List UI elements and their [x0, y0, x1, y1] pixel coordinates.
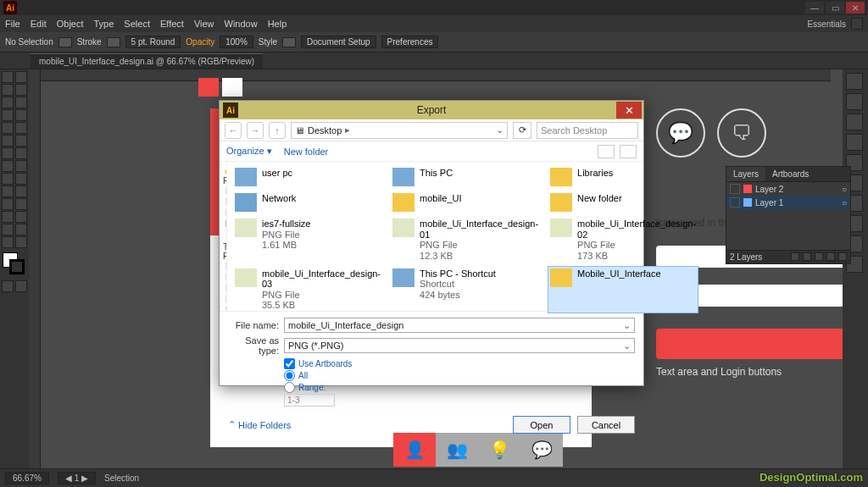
tool-wand[interactable]: [2, 84, 14, 96]
layers-panel[interactable]: Layers Artboards Layer 2 ○ Layer 1 ○ 2 L…: [726, 166, 851, 264]
layer-row[interactable]: Layer 1 ○: [726, 196, 850, 209]
tool-persp[interactable]: [15, 173, 27, 185]
document-tab[interactable]: mobile_UI_Interface_design.ai @ 66.67% (…: [31, 53, 263, 69]
tool-rectangle[interactable]: [15, 109, 27, 121]
nav-forward-button[interactable]: →: [247, 122, 264, 139]
panel-brushes-icon[interactable]: [846, 113, 863, 130]
tool-shape[interactable]: [2, 173, 14, 185]
menu-view[interactable]: View: [194, 19, 214, 29]
type-select[interactable]: PNG (*.PNG)⌄: [284, 338, 635, 353]
tool-blob[interactable]: [2, 135, 14, 147]
file-item[interactable]: mobile_Ui_Interface_design-03PNG File35.…: [232, 266, 383, 314]
fill-stroke-control[interactable]: [3, 252, 26, 276]
tool-width[interactable]: [2, 160, 14, 172]
file-item[interactable]: This PC - ShortcutShortcut424 bytes: [390, 266, 541, 314]
tool-lasso[interactable]: [15, 84, 27, 96]
search-input[interactable]: Search Desktop: [537, 122, 638, 139]
tool-pencil[interactable]: [15, 122, 27, 134]
tool-symbol[interactable]: [2, 211, 14, 223]
screen-mode[interactable]: [15, 280, 27, 292]
view-mode-button[interactable]: [598, 145, 615, 158]
file-item[interactable]: mobile_Ui_Interface_design-02PNG File173…: [548, 216, 698, 264]
menu-select[interactable]: Select: [124, 19, 150, 29]
tool-mesh[interactable]: [2, 185, 14, 197]
layer-row[interactable]: Layer 2 ○: [726, 182, 850, 196]
close-button[interactable]: ✕: [846, 2, 865, 14]
file-item[interactable]: New folder: [548, 191, 698, 214]
tool-selection[interactable]: [2, 71, 14, 83]
search-icon[interactable]: [851, 18, 863, 30]
tool-line[interactable]: [2, 109, 14, 121]
menu-effect[interactable]: Effect: [160, 19, 184, 29]
panel-swatches-icon[interactable]: [846, 93, 863, 110]
file-item[interactable]: This PC: [390, 165, 541, 189]
workspace-switcher[interactable]: Essentials: [807, 19, 846, 29]
file-item[interactable]: ies7-fullsizePNG File1.61 MB: [232, 216, 383, 264]
file-item[interactable]: Mobile_UI_Interface: [548, 266, 698, 314]
use-artboards-checkbox[interactable]: Use Artboards: [284, 358, 635, 369]
tool-graph[interactable]: [15, 211, 27, 223]
menu-file[interactable]: File: [5, 19, 20, 29]
menu-help[interactable]: Help: [268, 19, 287, 29]
range-radio[interactable]: Range:: [284, 382, 635, 393]
open-button[interactable]: Open: [513, 416, 570, 434]
tool-eraser[interactable]: [15, 135, 27, 147]
help-button[interactable]: [620, 145, 637, 158]
tool-zoom[interactable]: [15, 236, 27, 248]
menu-window[interactable]: Window: [225, 19, 258, 29]
hide-folders-button[interactable]: ⌃Hide Folders: [228, 419, 291, 430]
artboard-nav[interactable]: ◀ 1 ▶: [58, 472, 96, 484]
menu-type[interactable]: Type: [94, 19, 114, 29]
tool-gradient[interactable]: [15, 185, 27, 197]
layers-tab[interactable]: Layers: [726, 167, 765, 181]
maximize-button[interactable]: ▭: [826, 2, 844, 14]
nav-up-button[interactable]: ↑: [269, 122, 286, 139]
artboards-tab[interactable]: Artboards: [765, 167, 815, 181]
tool-brush[interactable]: [2, 122, 14, 134]
nav-back-button[interactable]: ←: [225, 122, 242, 139]
range-input[interactable]: 1-3: [284, 394, 335, 407]
tool-eyedrop[interactable]: [2, 198, 14, 210]
zoom-level[interactable]: 66.67%: [5, 472, 49, 484]
filename-input[interactable]: mobile_Ui_Interface_design⌄: [284, 318, 635, 333]
tool-slice[interactable]: [15, 224, 27, 235]
stroke-weight-field[interactable]: 5 pt. Round: [125, 36, 181, 48]
tool-scale[interactable]: [15, 147, 27, 159]
tool-hand[interactable]: [2, 236, 14, 248]
file-item[interactable]: Libraries: [548, 165, 698, 189]
preferences-button[interactable]: Preferences: [381, 36, 439, 48]
cancel-button[interactable]: Cancel: [577, 416, 635, 434]
tool-pen[interactable]: [2, 97, 14, 108]
breadcrumb-dropdown-icon[interactable]: ⌄: [496, 125, 504, 136]
organize-button[interactable]: Organize ▾: [226, 146, 272, 157]
tool-direct-select[interactable]: [15, 71, 27, 83]
opacity-field[interactable]: 100%: [220, 36, 253, 48]
file-item[interactable]: Network: [232, 191, 383, 214]
menu-edit[interactable]: Edit: [31, 19, 47, 29]
tool-type[interactable]: [15, 97, 27, 108]
panel-symbols-icon[interactable]: [846, 134, 863, 151]
tool-free[interactable]: [15, 160, 27, 172]
file-item[interactable]: user pc: [232, 165, 383, 189]
doc-setup-button[interactable]: Document Setup: [301, 36, 376, 48]
fill-swatch[interactable]: [58, 37, 72, 47]
visibility-toggle[interactable]: [730, 197, 740, 208]
file-item[interactable]: mobile_Ui_Interface_design-01PNG File12.…: [390, 216, 541, 264]
refresh-button[interactable]: ⟳: [513, 122, 531, 139]
panel-color-icon[interactable]: [846, 73, 863, 90]
breadcrumb[interactable]: 🖥 Desktop ▸ ⌄: [291, 122, 508, 139]
style-swatch[interactable]: [282, 37, 296, 47]
stroke-swatch[interactable]: [107, 37, 120, 47]
file-item[interactable]: mobile_UI: [390, 191, 541, 214]
file-list[interactable]: user pcThis PCLibrariesNetworkmobile_UIN…: [227, 162, 704, 311]
menu-object[interactable]: Object: [57, 19, 84, 29]
folder-tree[interactable]: ★ Favorites Desktop Downloads Recent pla…: [220, 162, 227, 311]
tool-rotate[interactable]: [2, 147, 14, 159]
visibility-toggle[interactable]: [730, 184, 740, 194]
opacity-label[interactable]: Opacity: [186, 37, 214, 47]
tool-blend[interactable]: [15, 198, 27, 210]
all-radio[interactable]: All: [284, 370, 635, 381]
new-folder-button[interactable]: New folder: [284, 147, 329, 157]
dialog-titlebar[interactable]: Ai Export ✕: [220, 101, 643, 119]
tool-artboard[interactable]: [2, 224, 14, 235]
